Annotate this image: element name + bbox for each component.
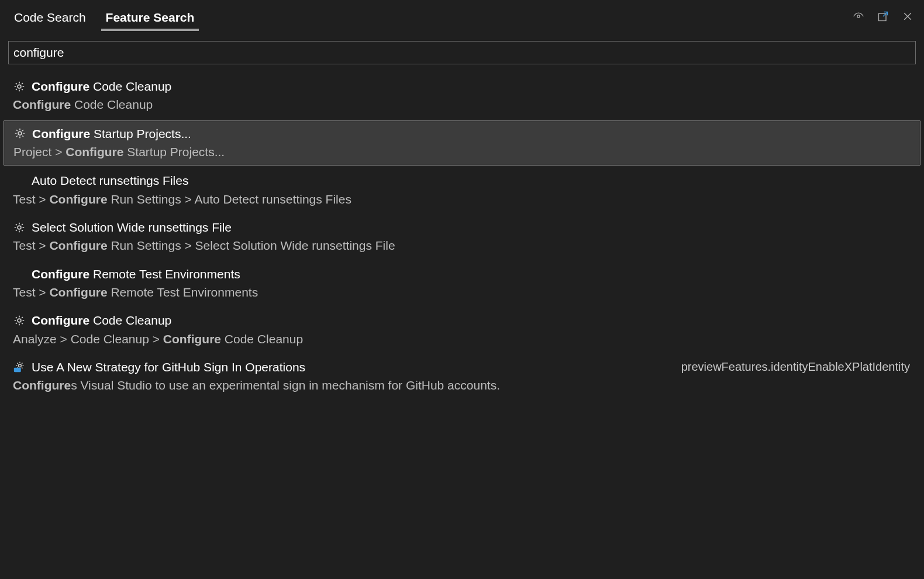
result-title: Auto Detect runsettings Files (32, 173, 188, 188)
gear-icon (12, 126, 27, 141)
result-path: Configure Code Cleanup (12, 96, 912, 113)
result-title: Use A New Strategy for GitHub Sign In Op… (32, 359, 305, 375)
result-path: Analyze > Code Cleanup > Configure Code … (12, 331, 912, 347)
svg-point-5 (18, 319, 21, 322)
result-path: Test > Configure Run Settings > Select S… (12, 237, 912, 254)
result-item[interactable]: Configure Remote Test EnvironmentsTest >… (4, 261, 920, 306)
result-title: Configure Startup Projects... (32, 126, 191, 142)
result-right-label: previewFeatures.identityEnableXPlatIdent… (681, 359, 912, 374)
icon-placeholder (12, 266, 27, 281)
settings-preview-icon (12, 359, 27, 374)
result-path: Configures Visual Studio to use an exper… (12, 377, 912, 394)
result-item[interactable]: Use A New Strategy for GitHub Sign In Op… (4, 354, 920, 399)
result-item[interactable]: Configure Startup Projects...Project > C… (4, 120, 920, 166)
gear-icon (12, 220, 27, 235)
result-item[interactable]: Auto Detect runsettings FilesTest > Conf… (4, 168, 920, 212)
result-title: Configure Remote Test Environments (32, 266, 240, 282)
gear-icon (12, 313, 27, 328)
gear-icon (12, 79, 27, 94)
svg-point-3 (18, 132, 22, 135)
result-item[interactable]: Select Solution Wide runsettings FileTes… (4, 215, 920, 259)
results-list: Configure Code CleanupConfigure Code Cle… (0, 68, 924, 398)
result-item[interactable]: Configure Code CleanupConfigure Code Cle… (4, 74, 920, 118)
tab-feature-search[interactable]: Feature Search (101, 3, 199, 30)
result-title: Configure Code Cleanup (32, 78, 171, 94)
preview-icon[interactable] (851, 9, 866, 23)
result-item[interactable]: Configure Code CleanupAnalyze > Code Cle… (4, 308, 920, 352)
result-path: Project > Configure Startup Projects... (12, 144, 912, 160)
search-wrap (0, 33, 924, 68)
close-icon[interactable] (901, 9, 915, 23)
result-title: Select Solution Wide runsettings File (32, 219, 232, 235)
header: Code Search Feature Search (0, 0, 924, 33)
svg-rect-7 (14, 368, 21, 372)
icon-placeholder (12, 173, 27, 188)
result-title: Configure Code Cleanup (32, 312, 171, 328)
header-icons (851, 9, 924, 23)
svg-point-0 (857, 15, 860, 18)
open-external-icon[interactable] (876, 9, 890, 23)
tab-code-search[interactable]: Code Search (9, 3, 91, 30)
svg-point-4 (18, 226, 21, 229)
result-path: Test > Configure Run Settings > Auto Det… (12, 191, 912, 208)
result-path: Test > Configure Remote Test Environment… (12, 284, 912, 301)
feature-search-window: Code Search Feature Search Configure Cod… (0, 0, 924, 579)
svg-point-2 (18, 85, 21, 88)
svg-point-6 (19, 364, 22, 367)
search-input[interactable] (8, 41, 916, 64)
